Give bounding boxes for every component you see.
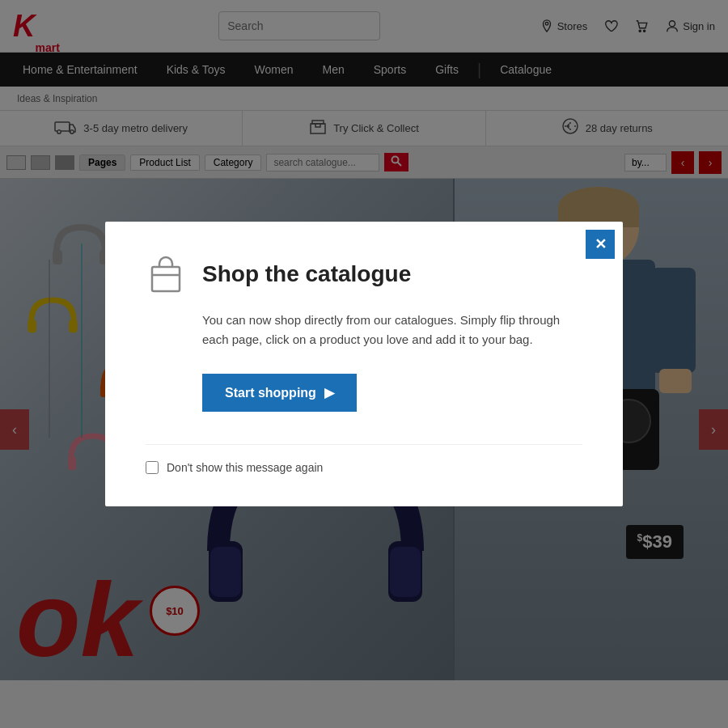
modal-overlay: ✕ Shop the catalogue You can now shop di… xyxy=(0,0,728,728)
modal-header: Shop the catalogue xyxy=(146,254,582,294)
dont-show-label: Don't show this message again xyxy=(167,461,323,474)
modal-body: You can now shop directly from our catal… xyxy=(202,311,582,349)
shopping-bag-icon xyxy=(146,254,186,294)
svg-rect-26 xyxy=(152,267,180,291)
dont-show-checkbox[interactable] xyxy=(146,461,159,474)
start-shopping-button[interactable]: Start shopping ▶ xyxy=(202,374,357,412)
modal-close-button[interactable]: ✕ xyxy=(586,230,615,259)
modal-dialog: ✕ Shop the catalogue You can now shop di… xyxy=(105,222,623,506)
start-shopping-arrow: ▶ xyxy=(324,385,334,400)
start-shopping-label: Start shopping xyxy=(225,386,316,400)
modal-footer: Don't show this message again xyxy=(146,444,582,474)
modal-title: Shop the catalogue xyxy=(202,261,411,287)
